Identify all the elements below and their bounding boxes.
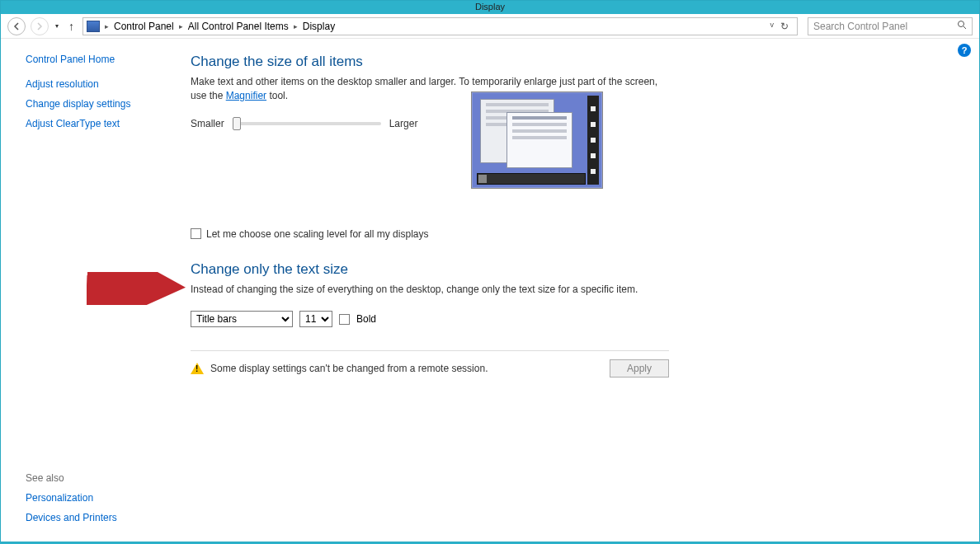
- desc-text-size: Instead of changing the size of everythi…: [191, 283, 661, 297]
- seealso-personalization[interactable]: Personalization: [26, 492, 164, 504]
- up-button[interactable]: ↑: [65, 20, 78, 33]
- slider-thumb[interactable]: [233, 117, 241, 130]
- nav-bar: ▾ ↑ ▸ Control Panel ▸ All Control Panel …: [1, 14, 979, 39]
- main: Change the size of all items Make text a…: [174, 39, 979, 542]
- footer-row: Some display settings can't be changed f…: [191, 359, 669, 378]
- sidebar-link-cleartype[interactable]: Adjust ClearType text: [26, 118, 164, 129]
- display-icon: [87, 21, 100, 32]
- window-title: Display: [475, 2, 505, 12]
- bold-checkbox[interactable]: [339, 314, 350, 325]
- search-icon[interactable]: [957, 20, 967, 32]
- search-box[interactable]: Search Control Panel: [808, 17, 973, 35]
- sidebar: Control Panel Home Adjust resolution Cha…: [1, 39, 174, 542]
- bold-label: Bold: [356, 313, 376, 325]
- sidebar-link-display[interactable]: Change display settings: [26, 98, 164, 110]
- heading-text-size: Change only the text size: [191, 261, 954, 278]
- recent-drop-icon[interactable]: ▾: [54, 22, 60, 30]
- body: ? Control Panel Home Adjust resolution C…: [1, 39, 979, 542]
- warning-icon: [191, 363, 204, 374]
- scaling-checkbox[interactable]: [191, 228, 201, 239]
- text-size-controls: Title bars 11 Bold: [191, 311, 954, 327]
- sidebar-link-resolution[interactable]: Adjust resolution: [26, 78, 164, 90]
- scaling-checkbox-row: Let me choose one scaling level for all …: [191, 228, 954, 240]
- breadcrumb-seg[interactable]: Display: [299, 21, 338, 32]
- text-size-select[interactable]: 11: [299, 311, 332, 327]
- forward-button[interactable]: [31, 17, 49, 35]
- scale-slider[interactable]: [233, 122, 381, 125]
- label-larger: Larger: [389, 118, 418, 129]
- preview-image: [471, 91, 603, 189]
- svg-point-0: [959, 21, 964, 27]
- apply-button[interactable]: Apply: [610, 359, 669, 378]
- search-placeholder: Search Control Panel: [813, 21, 907, 32]
- chevron-right-icon[interactable]: ▸: [292, 22, 299, 30]
- label-smaller: Smaller: [191, 118, 224, 129]
- text-item-select[interactable]: Title bars: [191, 311, 293, 327]
- scaling-checkbox-label: Let me choose one scaling level for all …: [206, 228, 428, 240]
- chevron-right-icon[interactable]: ▸: [177, 22, 185, 30]
- breadcrumb-seg[interactable]: All Control Panel Items: [185, 21, 292, 32]
- back-button[interactable]: [7, 17, 26, 35]
- svg-line-1: [964, 26, 966, 29]
- seealso-devices[interactable]: Devices and Printers: [26, 512, 164, 523]
- address-drop-icon[interactable]: v: [770, 21, 775, 32]
- chevron-right-icon[interactable]: ▸: [103, 22, 111, 30]
- window: Display ▾ ↑ ▸ Control Panel ▸ All Contro…: [0, 0, 980, 542]
- divider: [191, 350, 669, 351]
- heading-size-all: Change the size of all items: [191, 54, 954, 70]
- refresh-icon[interactable]: ↻: [780, 21, 789, 32]
- address-bar[interactable]: ▸ Control Panel ▸ All Control Panel Item…: [82, 17, 798, 35]
- warning-text: Some display settings can't be changed f…: [210, 363, 488, 374]
- breadcrumb-seg[interactable]: Control Panel: [111, 21, 177, 32]
- seealso-header: See also: [26, 472, 164, 484]
- magnifier-link[interactable]: Magnifier: [226, 90, 266, 101]
- sidebar-home[interactable]: Control Panel Home: [26, 54, 164, 65]
- titlebar: Display: [1, 1, 979, 14]
